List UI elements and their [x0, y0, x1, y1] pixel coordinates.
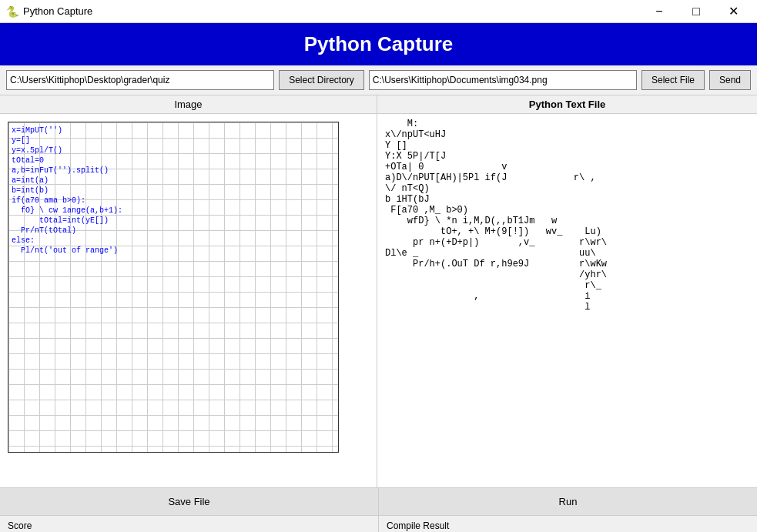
select-file-button[interactable]: Select File: [641, 70, 705, 90]
save-file-button[interactable]: Save File: [0, 488, 379, 515]
select-directory-button[interactable]: Select Directory: [279, 70, 364, 90]
bottom-buttons: Save File Run: [0, 487, 757, 515]
send-button[interactable]: Send: [709, 70, 751, 90]
image-grid: x=iMpUT('') y=[] y=x.5pl/T() tOtal=0 a,b…: [8, 122, 339, 453]
image-panel: Image x=iMpUT('') y=[] y=x.5pl/T() tOtal…: [0, 95, 377, 487]
header-title: Python Capture: [304, 32, 454, 55]
content-area: Image x=iMpUT('') y=[] y=x.5pl/T() tOtal…: [0, 95, 757, 487]
score-status: Score: [0, 516, 379, 532]
app-title: Python Capture: [23, 5, 92, 17]
compile-status: Compile Result: [379, 516, 757, 532]
minimize-button[interactable]: −: [641, 0, 677, 23]
code-overlay: x=iMpUT('') y=[] y=x.5pl/T() tOtal=0 a,b…: [8, 122, 338, 452]
text-panel-header: Python Text File: [377, 95, 757, 114]
title-bar: 🐍 Python Capture − □ ✕: [0, 0, 757, 23]
app-icon: 🐍: [6, 5, 19, 18]
close-button[interactable]: ✕: [715, 0, 751, 23]
run-button[interactable]: Run: [379, 488, 757, 515]
maximize-button[interactable]: □: [678, 0, 714, 23]
image-panel-header: Image: [0, 95, 377, 114]
directory-path-input[interactable]: [6, 70, 274, 90]
image-container[interactable]: x=iMpUT('') y=[] y=x.5pl/T() tOtal=0 a,b…: [0, 114, 377, 487]
window-controls: − □ ✕: [641, 0, 751, 23]
python-text-area[interactable]: M: x\/npUT<uHJ Y [] Y:X 5P|/T[J +OTa| 0 …: [377, 114, 757, 487]
toolbar: Select Directory Select File Send: [0, 65, 757, 95]
file-path-input[interactable]: [369, 70, 637, 90]
status-bar: Score Compile Result: [0, 515, 757, 532]
text-panel: Python Text File M: x\/npUT<uHJ Y [] Y:X…: [377, 95, 757, 487]
app-header: Python Capture: [0, 23, 757, 65]
